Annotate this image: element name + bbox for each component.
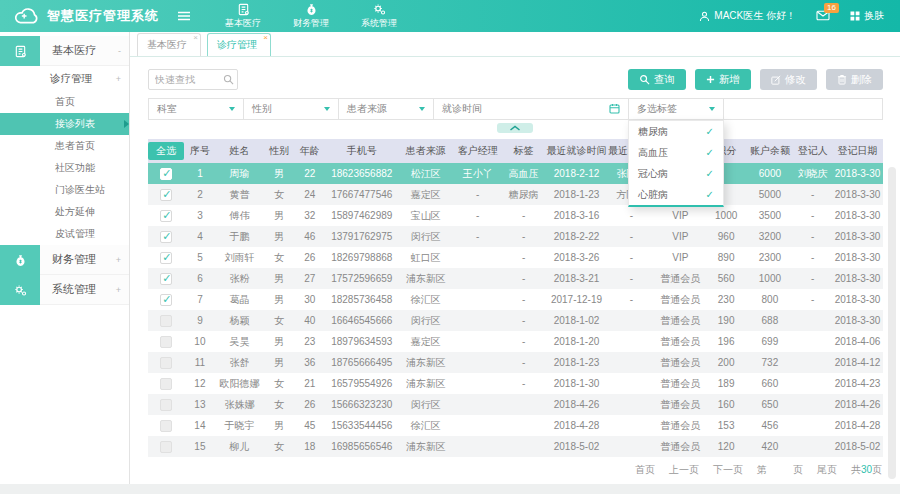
- row-checkbox[interactable]: ✓: [160, 210, 172, 222]
- skin-button[interactable]: 换肤: [850, 9, 884, 23]
- cell-标签: -: [502, 352, 545, 373]
- table-row[interactable]: 14于晓宇男4515633544456徐汇区2018-4-28普通会员15345…: [148, 415, 883, 436]
- cell-登记人: [793, 310, 832, 331]
- table-row[interactable]: ✓5刘雨轩女2618269798868虹口区-2018-3-26-VIP8902…: [148, 247, 883, 268]
- cell-患者来源: 浦东新区: [398, 373, 453, 394]
- row-checkbox[interactable]: ✓: [160, 189, 172, 201]
- sidebar-item-接诊列表[interactable]: 接诊列表: [0, 113, 129, 135]
- cell-序号: 6: [185, 268, 216, 289]
- topnav-item-系统管理[interactable]: 系统管理: [361, 3, 397, 30]
- table-row[interactable]: ✓1周瑜男2218623656882松江区王小丫高血压2018-2-12张医师6…: [148, 163, 883, 184]
- filter-select-患者来源[interactable]: 患者来源: [338, 98, 434, 120]
- filter-select-科室[interactable]: 科室: [148, 98, 244, 120]
- sidebar-item-社区功能[interactable]: 社区功能: [0, 157, 129, 179]
- pagination-last[interactable]: 尾页: [817, 463, 837, 477]
- tab-strip: 基本医疗×诊疗管理×: [130, 32, 900, 57]
- table-row[interactable]: 9杨颖女4016646545666闵行区-2018-1-02普通会员190688…: [148, 310, 883, 331]
- table-row[interactable]: 10吴昊男2318979634593嘉定区-2018-1-20普通会员19669…: [148, 331, 883, 352]
- filter-select-多选标签[interactable]: 多选标签糖尿病✓高血压✓冠心病✓心脏病✓: [628, 98, 724, 120]
- sidebar-item-患者首页[interactable]: 患者首页: [0, 135, 129, 157]
- cell-手机号: 15666323230: [325, 394, 398, 415]
- skin-label: 换肤: [864, 9, 884, 23]
- page-number-input[interactable]: [771, 464, 789, 477]
- row-checkbox[interactable]: [160, 357, 172, 369]
- sidebar-section-系统管理[interactable]: 系统管理+: [0, 275, 129, 305]
- toolbar-button-修改[interactable]: 修改: [760, 69, 817, 90]
- patient-table-wrap: 全选 序号姓名性别年龄手机号患者来源客户经理标签最近就诊时间最近就诊医生会员等级…: [148, 139, 883, 457]
- tag-option-糖尿病[interactable]: 糖尿病✓: [629, 121, 723, 142]
- sidebar-group-诊疗管理[interactable]: 诊疗管理+: [0, 66, 129, 91]
- pagination-next[interactable]: 下一页: [713, 463, 743, 477]
- table-row[interactable]: 15柳儿女1816985656546浦东新区2018-5-02普通会员12042…: [148, 436, 883, 457]
- cell-客户经理: [453, 415, 502, 436]
- sidebar-item-门诊医生站[interactable]: 门诊医生站: [0, 179, 129, 201]
- select-all-button[interactable]: 全选: [148, 142, 184, 160]
- row-checkbox[interactable]: [160, 399, 172, 411]
- close-icon[interactable]: ×: [193, 33, 198, 42]
- cell-姓名: 吴昊: [215, 331, 264, 352]
- table-row[interactable]: 11张舒男3618765666495浦东新区-2018-1-23普通会员2007…: [148, 352, 883, 373]
- scrollbar[interactable]: [888, 167, 896, 479]
- collapse-button[interactable]: [497, 123, 533, 133]
- filter-label: 患者来源: [347, 102, 387, 116]
- pagination-first[interactable]: 首页: [635, 463, 655, 477]
- cell-性别: 男: [264, 226, 295, 247]
- topnav-item-基本医疗[interactable]: 基本医疗: [225, 3, 261, 30]
- app-title: 智慧医疗管理系统: [47, 7, 159, 25]
- expand-marker-icon: +: [116, 74, 121, 84]
- table-row[interactable]: ✓6张粉男2717572596659浦东新区-2018-3-21-普通会员560…: [148, 268, 883, 289]
- button-label: 修改: [785, 73, 806, 87]
- sidebar-section-基本医疗[interactable]: 基本医疗-: [0, 36, 129, 66]
- row-checkbox[interactable]: ✓: [160, 168, 172, 180]
- row-checkbox[interactable]: ✓: [160, 273, 172, 285]
- cell-最近就诊时间: 2018-1-23: [545, 184, 608, 205]
- brand: 智慧医疗管理系统: [0, 7, 159, 26]
- tab-基本医疗[interactable]: 基本医疗×: [137, 33, 201, 56]
- cell-手机号: 16579554926: [325, 373, 398, 394]
- column-header-性别: 性别: [264, 139, 295, 163]
- row-checkbox[interactable]: [160, 441, 172, 453]
- cell-最近就诊医生: [608, 373, 655, 394]
- row-checkbox[interactable]: [160, 336, 172, 348]
- cell-患者来源: 闵行区: [398, 310, 453, 331]
- table-row[interactable]: ✓2黄普女2417667477546嘉定区-糖尿病2018-1-23方医师500…: [148, 184, 883, 205]
- messages-button[interactable]: 16: [816, 10, 830, 23]
- table-row[interactable]: 12欧阳德娜女2116579554926浦东新区-2018-1-30普通会员18…: [148, 373, 883, 394]
- table-row[interactable]: ✓3傅伟男3215897462989宝山区--2018-3-16-VIP1000…: [148, 205, 883, 226]
- tag-option-心脏病[interactable]: 心脏病✓: [629, 184, 723, 205]
- table-row[interactable]: ✓4于鹏男4613791762975闵行区--2018-2-22-VIP9603…: [148, 226, 883, 247]
- row-checkbox[interactable]: ✓: [160, 252, 172, 264]
- filter-date-就诊时间[interactable]: 就诊时间: [433, 98, 629, 120]
- row-checkbox[interactable]: [160, 420, 172, 432]
- cell-登记人: [793, 352, 832, 373]
- table-row[interactable]: 13张姝娜女2615666323230闵行区2018-4-26普通会员16065…: [148, 394, 883, 415]
- sidebar-item-首页[interactable]: 首页: [0, 91, 129, 113]
- checkbox-cell: ✓: [148, 289, 185, 310]
- cell-登记人: [793, 394, 832, 415]
- topnav-item-财务管理[interactable]: 财务管理: [293, 3, 329, 30]
- cell-登记日期: 2018-4-06: [832, 331, 883, 352]
- sidebar-section-财务管理[interactable]: 财务管理+: [0, 245, 129, 275]
- tag-option-高血压[interactable]: 高血压✓: [629, 142, 723, 163]
- sidebar-item-皮试管理[interactable]: 皮试管理: [0, 223, 129, 245]
- cell-序号: 3: [185, 205, 216, 226]
- table-row[interactable]: ✓7葛晶男3018285736458徐汇区-2017-12-19-普通会员230…: [148, 289, 883, 310]
- pagination-prev[interactable]: 上一页: [669, 463, 699, 477]
- row-checkbox[interactable]: [160, 378, 172, 390]
- sidebar-item-处方延伸[interactable]: 处方延伸: [0, 201, 129, 223]
- tag-option-冠心病[interactable]: 冠心病✓: [629, 163, 723, 184]
- close-icon[interactable]: ×: [263, 33, 268, 42]
- toolbar-button-删除[interactable]: 删除: [826, 69, 883, 90]
- row-checkbox[interactable]: ✓: [160, 231, 172, 243]
- row-checkbox[interactable]: [160, 315, 172, 327]
- cell-性别: 男: [264, 415, 295, 436]
- toolbar-button-查询[interactable]: 查询: [628, 69, 686, 90]
- user-info[interactable]: MACK医生 你好！: [699, 9, 796, 23]
- filter-select-性别[interactable]: 性别: [243, 98, 339, 120]
- row-checkbox[interactable]: ✓: [160, 294, 172, 306]
- search-row: 查询新增修改删除: [148, 69, 883, 90]
- toolbar-button-新增[interactable]: 新增: [695, 69, 751, 90]
- tab-诊疗管理[interactable]: 诊疗管理×: [207, 33, 271, 56]
- topbar-right: MACK医生 你好！ 16 换肤: [699, 9, 900, 23]
- menu-toggle-icon[interactable]: [177, 11, 191, 21]
